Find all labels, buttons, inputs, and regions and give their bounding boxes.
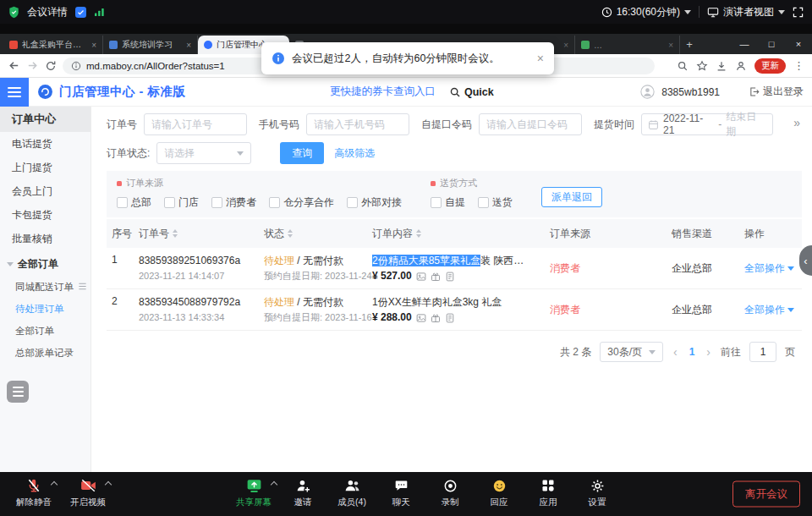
username[interactable]: 8385wb1991 [661, 86, 720, 98]
forward-icon[interactable] [26, 59, 39, 72]
column-header-content[interactable]: 订单内容 [372, 227, 550, 241]
tab-close-icon[interactable]: × [563, 41, 568, 50]
page-number-current[interactable]: 1 [688, 346, 697, 358]
chevron-down-icon [787, 266, 794, 271]
browser-tab[interactable]: 系统培训学习 × [103, 36, 198, 54]
window-maximize-button[interactable]: □ [758, 39, 785, 49]
note-icon[interactable] [445, 313, 455, 323]
chat-button[interactable]: 聊天 [377, 477, 425, 508]
checkbox-source-hq[interactable]: 总部 [117, 195, 151, 210]
row-actions-dropdown[interactable]: 全部操作 [744, 254, 802, 283]
order-source-value: 消费者 [550, 261, 580, 276]
checkbox-source-consumer[interactable]: 消费者 [211, 195, 256, 210]
invite-button[interactable]: 邀请 [279, 477, 326, 508]
record-button[interactable]: 录制 [426, 477, 474, 508]
quick-search-button[interactable]: Quick [449, 86, 494, 98]
sidebar-group-all-orders[interactable]: 全部订单 [0, 252, 91, 276]
sidebar-item-batch-redeem[interactable]: 批量核销 [0, 227, 91, 250]
sidebar-item-all-orders[interactable]: 全部订单 [0, 320, 91, 342]
pickup-code-input[interactable] [479, 113, 582, 135]
members-button[interactable]: 成员(4) [328, 477, 376, 508]
share-options-chevron-icon[interactable] [271, 481, 277, 488]
profile-icon[interactable] [735, 60, 747, 72]
floating-list-button[interactable] [7, 381, 29, 403]
browser-menu-icon[interactable]: ⋮ [793, 59, 804, 72]
browser-tab[interactable]: 礼盒采购平台管理中心 × [3, 36, 103, 54]
members-icon [344, 477, 360, 494]
meeting-timer[interactable]: 16:30(60分钟) [601, 5, 691, 19]
settings-button[interactable]: 设置 [573, 477, 621, 508]
dispatch-return-button[interactable]: 派单退回 [541, 187, 602, 207]
page-size-select[interactable]: 30条/页 [600, 342, 663, 362]
mic-options-chevron-icon[interactable] [51, 481, 58, 488]
gift-icon[interactable] [431, 272, 441, 282]
sidebar-item-walkin-pickup[interactable]: 上门提货 [0, 156, 91, 179]
sidebar-item-hq-dispatch-records[interactable]: 总部派单记录 [0, 342, 91, 364]
order-status-select[interactable]: 请选择 [156, 142, 251, 164]
checkbox-source-external[interactable]: 外部对接 [347, 195, 402, 210]
search-button[interactable]: 查询 [280, 142, 324, 164]
tab-close-icon[interactable]: × [186, 41, 191, 50]
pickup-date-range-picker[interactable]: 2022-11-21 - 结束日期 [641, 113, 773, 135]
sidebar-item-pending-orders[interactable]: 待处理订单 [0, 298, 91, 320]
column-header-order-no[interactable]: 订单号 [139, 227, 264, 241]
info-icon [272, 52, 285, 65]
coupon-query-link[interactable]: 更快捷的券卡查询入口 [330, 85, 436, 99]
reactions-button[interactable]: 回应 [475, 477, 523, 508]
gift-icon[interactable] [431, 313, 441, 323]
table-row[interactable]: 2 83859345088979792a 2023-11-13 14:33:34… [107, 289, 802, 331]
sidebar-item-phone-pickup[interactable]: 电话提货 [0, 132, 91, 156]
share-screen-button[interactable]: 共享屏幕 [230, 477, 277, 508]
row-actions-dropdown[interactable]: 全部操作 [744, 295, 802, 324]
sort-icon [288, 229, 293, 238]
sidebar-toggle-button[interactable] [0, 78, 29, 107]
image-icon[interactable] [416, 313, 426, 323]
toast-close-icon[interactable]: × [537, 52, 544, 65]
leave-meeting-button[interactable]: 离开会议 [732, 481, 800, 508]
advanced-filter-link[interactable]: 高级筛选 [334, 146, 375, 161]
sidebar-item-card-pickup[interactable]: 卡包提货 [0, 203, 91, 227]
download-icon[interactable] [716, 60, 727, 72]
checkbox-source-warehouse-coop[interactable]: 仓分享合作 [269, 195, 334, 210]
tab-close-icon[interactable]: × [91, 41, 96, 50]
order-no-input[interactable] [144, 113, 247, 135]
image-icon[interactable] [416, 272, 426, 282]
goto-page-input[interactable] [749, 342, 776, 362]
meeting-details-button[interactable]: 会议详情 [27, 5, 68, 19]
collapse-panel-icon[interactable]: » [793, 116, 800, 129]
phone-input[interactable] [306, 113, 409, 135]
prev-page-button[interactable]: ‹ [672, 345, 679, 359]
sidebar-section-order-center[interactable]: 订单中心 [0, 107, 91, 132]
start-video-button[interactable]: 开启视频 [64, 477, 112, 508]
goto-unit: 页 [785, 345, 795, 360]
checkbox-delivery-deliver[interactable]: 送货 [478, 195, 513, 210]
sidebar-collapse-handle-icon[interactable] [78, 282, 87, 291]
checkbox-delivery-selfpickup[interactable]: 自提 [431, 195, 465, 210]
refresh-icon[interactable] [45, 60, 57, 72]
apps-button[interactable]: 应用 [524, 477, 572, 508]
bookmark-star-icon[interactable] [696, 60, 708, 72]
tab-favicon [581, 41, 590, 49]
checkbox-source-store[interactable]: 门店 [164, 195, 199, 210]
note-icon[interactable] [445, 272, 455, 282]
sidebar-item-city-delivery-orders[interactable]: 同城配送订单 [0, 276, 91, 298]
fullscreen-icon[interactable] [793, 7, 804, 18]
window-minimize-button[interactable]: — [731, 39, 758, 49]
logout-button[interactable]: 退出登录 [749, 85, 804, 99]
sidebar-item-member-visit[interactable]: 会员上门 [0, 179, 91, 203]
unmute-button[interactable]: 解除静音 [10, 477, 58, 508]
view-mode-selector[interactable]: 演讲者视图 [707, 5, 785, 19]
browser-update-button[interactable]: 更新 [754, 58, 786, 74]
checkbox-icon [478, 197, 489, 208]
zoom-icon[interactable] [677, 60, 689, 72]
label-marker-icon [117, 181, 122, 186]
tab-close-icon[interactable]: × [668, 41, 673, 50]
next-page-button[interactable]: › [705, 345, 712, 359]
camera-options-chevron-icon[interactable] [105, 481, 112, 488]
window-close-button[interactable]: × [785, 39, 812, 49]
column-header-status[interactable]: 状态 [264, 227, 372, 241]
new-tab-button[interactable]: + [680, 38, 699, 51]
browser-tab[interactable]: … × [575, 36, 680, 54]
table-row[interactable]: 1 83859389251069376a 2023-11-21 14:14:07… [107, 248, 802, 289]
back-icon[interactable] [8, 59, 20, 72]
